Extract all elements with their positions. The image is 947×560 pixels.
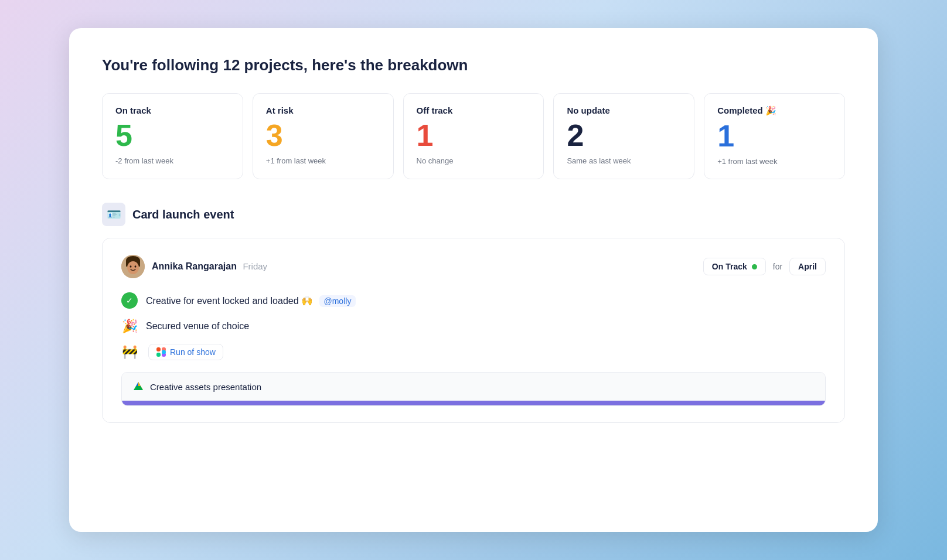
update-items: ✓ Creative for event locked and loaded 🙌…: [121, 292, 826, 360]
google-drive-icon: [132, 381, 144, 392]
stat-card-at-risk[interactable]: At risk 3 +1 from last week: [253, 93, 394, 179]
project-icon-emoji: 🪪: [107, 207, 121, 221]
stat-label-at-risk: At risk: [266, 105, 380, 115]
update-item-3: 🚧 Run of show: [121, 344, 826, 360]
svg-point-10: [162, 350, 166, 354]
party-icon: 🎉: [121, 318, 138, 334]
stat-label-completed: Completed 🎉: [717, 105, 832, 116]
figma-icon: [156, 347, 166, 357]
svg-point-3: [127, 261, 139, 274]
status-month-label: April: [798, 262, 817, 271]
stat-card-completed[interactable]: Completed 🎉 1 +1 from last week: [704, 93, 845, 179]
stats-row: On track 5 -2 from last week At risk 3 +…: [102, 93, 845, 179]
status-dot: [752, 264, 757, 269]
author-date: Friday: [243, 261, 267, 271]
update-item-2: 🎉 Secured venue of choice: [121, 318, 826, 334]
stat-card-on-track[interactable]: On track 5 -2 from last week: [102, 93, 243, 179]
stat-label-on-track: On track: [115, 105, 230, 115]
stat-number-at-risk: 3: [266, 120, 380, 151]
stat-change-no-update: Same as last week: [567, 156, 681, 165]
stat-change-on-track: -2 from last week: [115, 156, 230, 165]
stat-number-completed: 1: [717, 121, 832, 151]
stat-label-off-track: Off track: [417, 105, 531, 115]
update-card: Annika Rangarajan Friday On Track for Ap…: [102, 238, 845, 423]
attachment-header[interactable]: Creative assets presentation: [122, 373, 825, 401]
stat-number-no-update: 2: [567, 120, 681, 151]
stat-label-no-update: No update: [567, 105, 681, 115]
run-of-show-link[interactable]: Run of show: [148, 344, 223, 360]
status-label: On Track: [712, 262, 747, 271]
status-for-text: for: [773, 262, 782, 271]
author-name: Annika Rangarajan: [152, 261, 237, 271]
stat-change-completed: +1 from last week: [717, 157, 832, 166]
item-text-1: Creative for event locked and loaded 🙌 @…: [146, 295, 356, 306]
status-section: On Track for April: [703, 258, 826, 275]
attachment-name: Creative assets presentation: [150, 382, 261, 392]
svg-rect-8: [156, 353, 161, 357]
stat-card-off-track[interactable]: Off track 1 No change: [403, 93, 544, 179]
status-month-badge[interactable]: April: [789, 258, 826, 275]
svg-point-4: [130, 265, 132, 268]
svg-rect-6: [156, 347, 161, 351]
stat-number-on-track: 5: [115, 120, 230, 151]
main-card: You're following 12 projects, here's the…: [69, 28, 878, 532]
section-header: 🪪 Card launch event: [102, 203, 845, 226]
svg-point-5: [135, 265, 137, 268]
check-icon: ✓: [121, 292, 138, 309]
page-title: You're following 12 projects, here's the…: [102, 56, 845, 74]
stat-card-no-update[interactable]: No update 2 Same as last week: [553, 93, 694, 179]
update-header: Annika Rangarajan Friday On Track for Ap…: [121, 255, 826, 278]
attachment-progress-bar: [122, 401, 825, 405]
update-item-1: ✓ Creative for event locked and loaded 🙌…: [121, 292, 826, 309]
attachment-section: Creative assets presentation: [121, 372, 826, 406]
mention-molly[interactable]: @molly: [319, 295, 356, 307]
stat-change-off-track: No change: [417, 156, 531, 165]
run-of-show-label: Run of show: [170, 347, 216, 357]
project-icon: 🪪: [102, 203, 125, 226]
section-title: Card launch event: [132, 208, 234, 221]
svg-marker-14: [134, 386, 143, 390]
stat-number-off-track: 1: [417, 120, 531, 151]
construction-icon: 🚧: [121, 344, 138, 360]
update-author: Annika Rangarajan Friday: [121, 255, 267, 278]
item-text-2: Secured venue of choice: [146, 321, 249, 332]
avatar: [121, 255, 145, 278]
on-track-badge[interactable]: On Track: [703, 258, 766, 275]
stat-change-at-risk: +1 from last week: [266, 156, 380, 165]
